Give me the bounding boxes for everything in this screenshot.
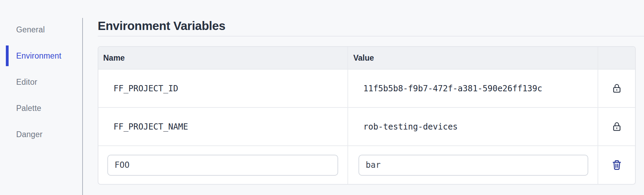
sidebar-item-label: Palette xyxy=(16,104,41,113)
table-row: FF_PROJECT_NAME rob-testing-devices xyxy=(98,107,635,145)
env-var-value-input[interactable] xyxy=(358,155,588,176)
sidebar-item-label: Danger xyxy=(16,130,43,139)
env-var-actions xyxy=(598,70,635,107)
lock-icon xyxy=(612,83,622,94)
column-header-name: Name xyxy=(98,47,347,69)
column-header-actions xyxy=(598,47,635,69)
sidebar-item-label: General xyxy=(16,25,45,34)
table-header-row: Name Value xyxy=(98,47,635,69)
settings-nav: General Environment Editor Palette Dange… xyxy=(0,17,82,147)
env-var-name: FF_PROJECT_ID xyxy=(98,70,347,107)
env-var-actions xyxy=(598,146,635,184)
table-row-editable xyxy=(98,145,635,184)
active-indicator-bar xyxy=(6,45,9,66)
env-var-name: FF_PROJECT_NAME xyxy=(98,108,347,145)
table-row: FF_PROJECT_ID 11f5b5b8-f9b7-472f-a381-59… xyxy=(98,69,635,107)
sidebar-item-danger[interactable]: Danger xyxy=(0,121,82,147)
environment-settings-panel: Environment Variables Name Value FF_PROJ… xyxy=(83,0,644,195)
sidebar-item-general[interactable]: General xyxy=(0,17,82,43)
column-header-value: Value xyxy=(347,47,598,69)
env-var-actions xyxy=(598,108,635,145)
env-var-name-input[interactable] xyxy=(107,155,338,176)
sidebar-item-label: Environment xyxy=(16,51,61,61)
sidebar-item-editor[interactable]: Editor xyxy=(0,69,82,95)
trash-icon xyxy=(611,159,622,171)
page-title: Environment Variables xyxy=(98,0,644,33)
env-var-value: 11f5b5b8-f9b7-472f-a381-590e26ff139c xyxy=(347,70,598,107)
delete-row-button[interactable] xyxy=(611,159,622,171)
sidebar-item-palette[interactable]: Palette xyxy=(0,95,82,121)
env-var-value-cell xyxy=(347,146,598,184)
settings-sidebar: General Environment Editor Palette Dange… xyxy=(0,0,83,195)
sidebar-item-label: Editor xyxy=(16,78,37,87)
lock-icon xyxy=(612,121,622,132)
sidebar-item-environment[interactable]: Environment xyxy=(0,43,82,69)
environment-variables-table: Name Value FF_PROJECT_ID 11f5b5b8-f9b7-4… xyxy=(98,46,636,185)
env-var-value: rob-testing-devices xyxy=(347,108,598,145)
env-var-name-cell xyxy=(98,146,347,184)
title-divider xyxy=(98,36,644,37)
